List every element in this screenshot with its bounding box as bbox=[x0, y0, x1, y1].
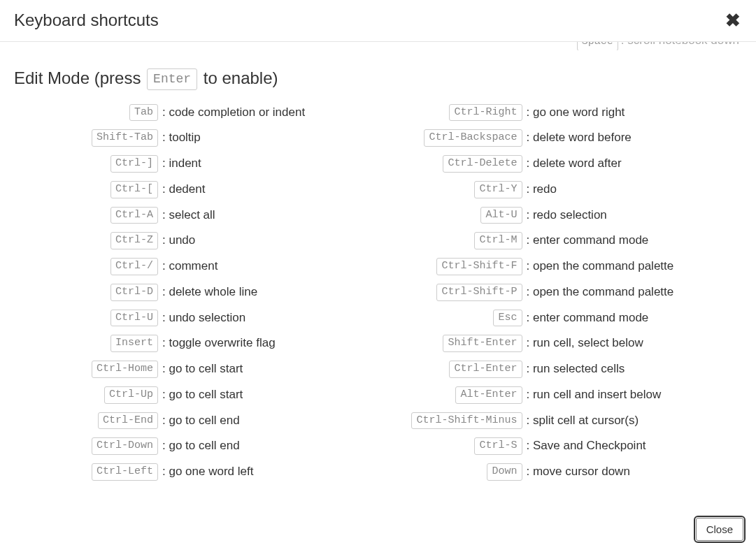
shortcut-key: Ctrl-Shift-Minus bbox=[411, 412, 522, 430]
shortcut-keycell: Ctrl-End bbox=[14, 412, 161, 430]
shortcut-key: Ctrl-Down bbox=[92, 437, 158, 455]
close-icon[interactable]: ✖ bbox=[724, 11, 742, 29]
shortcut-key: Esc bbox=[493, 310, 522, 327]
shortcut-key: Ctrl-Delete bbox=[443, 155, 522, 173]
shortcut-key: Ctrl-Left bbox=[92, 463, 158, 481]
shortcut-row: Ctrl-Backspacedelete word before bbox=[378, 125, 743, 151]
shortcut-keycell: Ctrl-Y bbox=[378, 181, 525, 198]
shortcut-key: Alt-U bbox=[480, 207, 522, 224]
shortcut-grid: Tabcode completion or indentShift-Tabtoo… bbox=[14, 100, 742, 485]
shortcut-keycell: Ctrl-A bbox=[14, 207, 161, 224]
shortcut-desc: code completion or indent bbox=[161, 106, 378, 119]
shortcut-row: Ctrl-Homego to cell start bbox=[14, 356, 378, 382]
shortcut-key: Ctrl-Home bbox=[92, 361, 158, 378]
shortcut-keycell: Ctrl-Delete bbox=[378, 155, 525, 173]
shortcut-keycell: Shift-Tab bbox=[14, 129, 161, 147]
shortcut-desc: toggle overwrite flag bbox=[161, 336, 378, 350]
dialog-body[interactable]: Space scroll notebook down Edit Mode (pr… bbox=[0, 42, 756, 509]
shortcut-key: Ctrl-Shift-F bbox=[436, 258, 522, 275]
shortcut-desc: split cell at cursor(s) bbox=[525, 414, 743, 428]
shortcut-desc: select all bbox=[161, 208, 378, 222]
shortcut-keycell: Ctrl-Shift-P bbox=[378, 284, 525, 301]
shortcut-keycell: Ctrl-] bbox=[14, 155, 161, 173]
dialog-footer: Close bbox=[0, 509, 756, 552]
shortcut-row: Ctrl-/comment bbox=[14, 254, 378, 279]
close-button[interactable]: Close bbox=[696, 518, 743, 541]
shortcut-row: Escenter command mode bbox=[378, 305, 743, 331]
shortcut-desc: go one word right bbox=[525, 106, 743, 119]
shortcut-desc: redo bbox=[525, 182, 743, 196]
keyboard-shortcuts-dialog: Keyboard shortcuts ✖ Space scroll notebo… bbox=[0, 0, 756, 552]
shortcut-row: Tabcode completion or indent bbox=[14, 100, 378, 126]
shortcut-key: Ctrl-M bbox=[474, 232, 522, 249]
shortcut-row: Inserttoggle overwrite flag bbox=[14, 331, 378, 356]
shortcut-row: Downmove cursor down bbox=[378, 459, 743, 485]
shortcut-desc: go to cell end bbox=[161, 439, 378, 453]
shortcut-row: Ctrl-]indent bbox=[14, 151, 378, 177]
shortcut-key: Ctrl-Up bbox=[104, 386, 158, 404]
shortcut-key: Ctrl-S bbox=[474, 437, 522, 455]
shortcut-keycell: Ctrl-U bbox=[14, 310, 161, 327]
shortcut-row: Ctrl-Uundo selection bbox=[14, 305, 378, 331]
shortcut-keycell: Ctrl-Right bbox=[378, 104, 525, 122]
shortcut-desc: enter command mode bbox=[525, 233, 743, 247]
shortcut-key: Ctrl-Enter bbox=[449, 361, 522, 378]
shortcut-keycell: Down bbox=[378, 463, 525, 481]
shortcut-key: Alt-Enter bbox=[455, 386, 522, 404]
shortcut-key: Shift-Enter bbox=[443, 335, 522, 352]
shortcut-desc: delete whole line bbox=[161, 285, 378, 299]
shortcut-keycell: Alt-Enter bbox=[378, 386, 525, 404]
shortcut-desc: enter command mode bbox=[525, 311, 743, 325]
section-heading-edit-mode: Edit Mode (press Enter to enable) bbox=[14, 68, 742, 90]
shortcut-keycell: Ctrl-Down bbox=[14, 437, 161, 455]
shortcut-desc: undo bbox=[161, 233, 378, 247]
shortcut-key: Space bbox=[577, 42, 618, 50]
shortcut-row: Ctrl-Enterrun selected cells bbox=[378, 356, 743, 382]
shortcut-desc: tooltip bbox=[161, 131, 378, 145]
shortcut-desc: comment bbox=[161, 259, 378, 273]
shortcut-desc: Save and Checkpoint bbox=[525, 439, 743, 453]
shortcut-desc: delete word after bbox=[525, 157, 743, 170]
shortcut-keycell: Ctrl-Up bbox=[14, 386, 161, 404]
shortcut-keycell: Ctrl-Backspace bbox=[378, 129, 525, 147]
shortcut-row: Ctrl-Deletedelete word after bbox=[378, 151, 743, 177]
shortcut-row: Ctrl-Leftgo one word left bbox=[14, 459, 378, 485]
previous-section-clipped-row: Space scroll notebook down bbox=[378, 42, 743, 50]
shortcut-row: Ctrl-Shift-Fopen the command palette bbox=[378, 254, 743, 279]
shortcut-key: Ctrl-[ bbox=[110, 181, 158, 198]
shortcut-desc: run cell and insert below bbox=[525, 388, 743, 402]
shortcut-row: Ctrl-Shift-Minussplit cell at cursor(s) bbox=[378, 408, 743, 434]
shortcut-key: Shift-Tab bbox=[92, 129, 158, 147]
shortcut-col-left: Tabcode completion or indentShift-Tabtoo… bbox=[14, 100, 378, 485]
shortcut-keycell: Insert bbox=[14, 335, 161, 352]
shortcut-keycell: Ctrl-Left bbox=[14, 463, 161, 481]
shortcut-keycell: Ctrl-Shift-Minus bbox=[378, 412, 525, 430]
shortcut-row: Alt-Uredo selection bbox=[378, 203, 743, 228]
shortcut-key: Ctrl-Shift-P bbox=[436, 284, 522, 301]
shortcut-key: Ctrl-/ bbox=[110, 258, 158, 275]
shortcut-key: Ctrl-Right bbox=[449, 104, 522, 122]
dialog-header: Keyboard shortcuts ✖ bbox=[0, 0, 756, 42]
shortcut-key: Ctrl-End bbox=[98, 412, 158, 430]
shortcut-row: Shift-Tabtooltip bbox=[14, 125, 378, 151]
shortcut-desc: undo selection bbox=[161, 311, 378, 325]
shortcut-keycell: Alt-U bbox=[378, 207, 525, 224]
shortcut-key: Ctrl-A bbox=[110, 207, 158, 224]
shortcut-key: Down bbox=[487, 463, 522, 481]
section-heading-suffix: to enable) bbox=[199, 68, 278, 87]
shortcut-desc: run selected cells bbox=[525, 362, 743, 376]
shortcut-row: Ctrl-Menter command mode bbox=[378, 228, 743, 254]
shortcut-keycell: Ctrl-M bbox=[378, 232, 525, 249]
shortcut-desc: dedent bbox=[161, 182, 378, 196]
shortcut-row: Ctrl-Zundo bbox=[14, 228, 378, 254]
shortcut-keycell: Ctrl-/ bbox=[14, 258, 161, 275]
shortcut-key: Ctrl-U bbox=[110, 310, 158, 327]
shortcut-key: Ctrl-Backspace bbox=[424, 129, 522, 147]
shortcut-key: Tab bbox=[129, 104, 158, 122]
shortcut-desc: go to cell start bbox=[161, 362, 378, 376]
shortcut-key: Ctrl-D bbox=[110, 284, 158, 301]
shortcut-row: Alt-Enterrun cell and insert below bbox=[378, 382, 743, 408]
shortcut-keycell: Ctrl-[ bbox=[14, 181, 161, 198]
shortcut-key: Insert bbox=[110, 335, 158, 352]
shortcut-row: Ctrl-Upgo to cell start bbox=[14, 382, 378, 408]
